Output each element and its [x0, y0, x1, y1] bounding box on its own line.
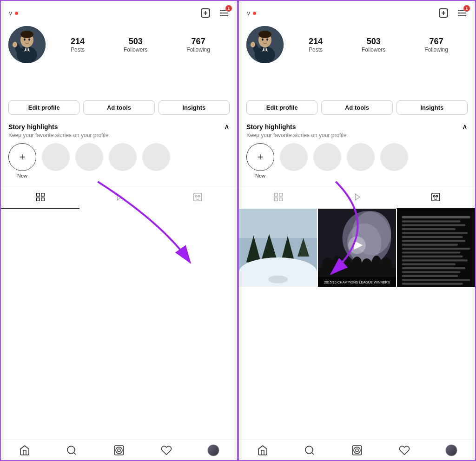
new-post-button-right[interactable] [438, 7, 449, 19]
svg-point-52 [434, 195, 436, 197]
svg-rect-92 [402, 251, 461, 253]
posts-stat-right[interactable]: 214 Posts [309, 37, 323, 53]
story-highlights-header: Story highlights ∧ [8, 122, 230, 131]
followers-stat[interactable]: 503 Followers [124, 37, 147, 53]
highlight-item-4[interactable] [142, 143, 170, 178]
posts-label-right: Posts [309, 46, 323, 53]
followers-label: Followers [124, 46, 147, 53]
account-switcher[interactable]: ∨ [8, 10, 18, 17]
svg-rect-17 [41, 193, 44, 196]
highlight-item-r1[interactable] [280, 143, 308, 178]
new-highlight-label-right: New [255, 173, 265, 178]
followers-stat-right[interactable]: 503 Followers [362, 37, 385, 53]
tab-tagged-right[interactable] [397, 186, 475, 209]
svg-point-23 [198, 195, 200, 197]
content-tabs [1, 186, 237, 209]
svg-point-74 [351, 257, 362, 277]
nav-search[interactable] [48, 445, 96, 456]
svg-line-26 [74, 453, 76, 454]
following-stat[interactable]: 767 Following [186, 37, 210, 53]
followers-count-right: 503 [367, 37, 381, 46]
edit-profile-button-right[interactable]: Edit profile [246, 100, 317, 115]
svg-point-42 [262, 39, 264, 41]
tab-reels-right[interactable] [317, 186, 396, 209]
ad-tools-button[interactable]: Ad tools [83, 100, 154, 115]
collapse-icon[interactable]: ∧ [224, 122, 230, 131]
svg-marker-50 [355, 194, 360, 200]
highlight-item-1[interactable] [42, 143, 70, 178]
posts-count-right: 214 [309, 37, 323, 46]
story-highlights: Story highlights ∧ Keep your favorite st… [1, 119, 237, 184]
username-area-right [239, 69, 475, 97]
highlight-item-3[interactable] [109, 143, 137, 178]
nav-heart[interactable] [143, 445, 190, 456]
svg-rect-98 [402, 275, 458, 277]
plus-icon: + [20, 152, 26, 162]
svg-rect-93 [402, 256, 463, 257]
plus-icon-right: + [258, 152, 264, 162]
insights-button[interactable]: Insights [159, 100, 230, 115]
new-post-button[interactable] [200, 7, 211, 19]
following-stat-right[interactable]: 767 Following [424, 37, 448, 53]
svg-rect-97 [402, 271, 461, 273]
svg-rect-49 [279, 198, 282, 201]
ad-tools-button-right[interactable]: Ad tools [321, 100, 392, 115]
nav-profile[interactable] [190, 444, 237, 456]
highlight-item-2[interactable] [75, 143, 103, 178]
nav-home-right[interactable] [239, 445, 286, 456]
svg-rect-91 [402, 248, 470, 250]
svg-rect-84 [402, 220, 461, 222]
svg-point-65 [268, 276, 288, 283]
nav-profile-avatar-right [445, 444, 457, 456]
story-highlights-title-right: Story highlights [246, 123, 296, 131]
svg-point-77 [380, 257, 392, 277]
post-cell-2[interactable]: 2015/16 CHAMPIONS LEAGUE WINNERS [318, 209, 396, 287]
menu-button[interactable]: 1 [218, 7, 230, 19]
nav-home[interactable] [1, 445, 48, 456]
story-highlights-subtitle-right: Keep your favorite stories on your profi… [246, 132, 468, 138]
svg-rect-94 [402, 259, 468, 261]
menu-button-right[interactable]: 1 [456, 7, 468, 19]
posts-count: 214 [71, 37, 85, 46]
content-area-right: 2015/16 CHAMPIONS LEAGUE WINNERS [239, 209, 475, 439]
post-cell-1[interactable] [239, 209, 317, 287]
svg-marker-20 [117, 194, 122, 200]
highlight-item-r3[interactable] [347, 143, 375, 178]
svg-rect-51 [432, 193, 440, 201]
collapse-icon-right[interactable]: ∧ [462, 122, 468, 131]
new-highlight-item[interactable]: + New [8, 143, 36, 178]
nav-search-right[interactable] [286, 445, 334, 456]
highlight-item-r4[interactable] [380, 143, 408, 178]
nav-reels[interactable] [95, 445, 143, 456]
notification-badge: 1 [225, 5, 232, 12]
nav-heart-right[interactable] [381, 445, 428, 456]
highlights-row: + New [8, 143, 230, 182]
new-highlight-circle[interactable]: + [8, 143, 36, 171]
new-highlight-item-right[interactable]: + New [246, 143, 274, 178]
nav-profile-right[interactable] [428, 444, 475, 456]
tab-tagged[interactable] [159, 186, 237, 209]
svg-rect-100 [402, 283, 463, 285]
highlight-placeholder-3 [109, 143, 137, 171]
profile-avatar[interactable] [8, 26, 46, 63]
tab-grid-right[interactable] [239, 186, 317, 209]
nav-profile-avatar [207, 444, 219, 456]
svg-rect-96 [402, 267, 466, 269]
posts-stat[interactable]: 214 Posts [71, 37, 85, 53]
tab-reels[interactable] [79, 186, 158, 209]
svg-rect-86 [402, 228, 456, 230]
story-highlights-subtitle: Keep your favorite stories on your profi… [8, 132, 230, 138]
post-cell-3[interactable] [397, 209, 475, 287]
insights-button-right[interactable]: Insights [397, 100, 468, 115]
svg-rect-47 [279, 193, 282, 196]
nav-reels-right[interactable] [333, 445, 381, 456]
following-count: 767 [192, 37, 205, 46]
account-switcher-right[interactable]: ∨ [246, 10, 256, 17]
new-highlight-circle-right[interactable]: + [246, 143, 274, 171]
highlight-item-r2[interactable] [313, 143, 341, 178]
profile-avatar-right[interactable] [246, 26, 284, 63]
story-highlights-header-right: Story highlights ∧ [246, 122, 468, 131]
edit-profile-button[interactable]: Edit profile [8, 100, 79, 115]
tab-grid[interactable] [1, 186, 79, 209]
svg-rect-21 [194, 193, 202, 201]
